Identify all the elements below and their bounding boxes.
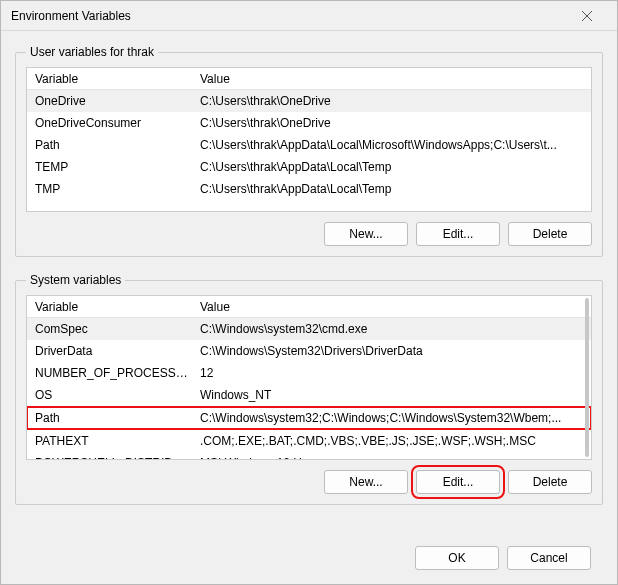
cell-variable: OneDriveConsumer: [31, 116, 196, 130]
cell-variable: Path: [31, 411, 196, 425]
col-header-value[interactable]: Value: [196, 72, 587, 86]
user-variables-legend: User variables for thrak: [26, 45, 158, 59]
user-button-row: New... Edit... Delete: [26, 222, 592, 246]
cell-variable: OneDrive: [31, 94, 196, 108]
system-edit-button[interactable]: Edit...: [416, 470, 500, 494]
cell-value: C:\Users\thrak\AppData\Local\Temp: [196, 182, 587, 196]
table-row[interactable]: Path C:\Users\thrak\AppData\Local\Micros…: [27, 134, 591, 156]
table-row[interactable]: OneDriveConsumer C:\Users\thrak\OneDrive: [27, 112, 591, 134]
dialog-footer: OK Cancel: [1, 540, 617, 584]
table-header: Variable Value: [27, 296, 591, 318]
cell-value: C:\Users\thrak\AppData\Local\Temp: [196, 160, 587, 174]
cell-value: C:\Users\thrak\OneDrive: [196, 116, 587, 130]
table-row[interactable]: POWERSHELL_DISTRIBUTIO... MSI:Windows 10…: [27, 452, 591, 460]
user-variables-table[interactable]: Variable Value OneDrive C:\Users\thrak\O…: [26, 67, 592, 212]
cell-variable: Path: [31, 138, 196, 152]
col-header-value[interactable]: Value: [196, 300, 587, 314]
col-header-variable[interactable]: Variable: [31, 300, 196, 314]
titlebar: Environment Variables: [1, 1, 617, 31]
system-variables-table[interactable]: Variable Value ComSpec C:\Windows\system…: [26, 295, 592, 460]
cell-value: MSI:Windows 10 Home: [196, 456, 587, 460]
cell-value: .COM;.EXE;.BAT;.CMD;.VBS;.VBE;.JS;.JSE;.…: [196, 434, 587, 448]
table-row[interactable]: TEMP C:\Users\thrak\AppData\Local\Temp: [27, 156, 591, 178]
col-header-variable[interactable]: Variable: [31, 72, 196, 86]
table-row[interactable]: PATHEXT .COM;.EXE;.BAT;.CMD;.VBS;.VBE;.J…: [27, 430, 591, 452]
cell-value: C:\Windows\system32;C:\Windows;C:\Window…: [196, 411, 587, 425]
cell-variable: POWERSHELL_DISTRIBUTIO...: [31, 456, 196, 460]
cell-value: C:\Windows\system32\cmd.exe: [196, 322, 587, 336]
cell-value: C:\Users\thrak\OneDrive: [196, 94, 587, 108]
table-row[interactable]: DriverData C:\Windows\System32\Drivers\D…: [27, 340, 591, 362]
cell-variable: ComSpec: [31, 322, 196, 336]
ok-button[interactable]: OK: [415, 546, 499, 570]
system-delete-button[interactable]: Delete: [508, 470, 592, 494]
system-new-button[interactable]: New...: [324, 470, 408, 494]
user-edit-button[interactable]: Edit...: [416, 222, 500, 246]
system-button-row: New... Edit... Delete: [26, 470, 592, 494]
cell-variable: PATHEXT: [31, 434, 196, 448]
cancel-button[interactable]: Cancel: [507, 546, 591, 570]
env-vars-window: Environment Variables User variables for…: [0, 0, 618, 585]
cell-variable: OS: [31, 388, 196, 402]
user-delete-button[interactable]: Delete: [508, 222, 592, 246]
cell-variable: TEMP: [31, 160, 196, 174]
table-header: Variable Value: [27, 68, 591, 90]
table-row[interactable]: TMP C:\Users\thrak\AppData\Local\Temp: [27, 178, 591, 200]
user-variables-group: User variables for thrak Variable Value …: [15, 45, 603, 257]
system-variables-group: System variables Variable Value ComSpec …: [15, 273, 603, 505]
cell-value: Windows_NT: [196, 388, 587, 402]
cell-value: 12: [196, 366, 587, 380]
close-button[interactable]: [567, 2, 607, 30]
table-row[interactable]: NUMBER_OF_PROCESSORS 12: [27, 362, 591, 384]
table-row[interactable]: OS Windows_NT: [27, 384, 591, 406]
cell-variable: DriverData: [31, 344, 196, 358]
window-title: Environment Variables: [11, 9, 567, 23]
table-row[interactable]: ComSpec C:\Windows\system32\cmd.exe: [27, 318, 591, 340]
table-row[interactable]: OneDrive C:\Users\thrak\OneDrive: [27, 90, 591, 112]
cell-variable: NUMBER_OF_PROCESSORS: [31, 366, 196, 380]
cell-value: C:\Users\thrak\AppData\Local\Microsoft\W…: [196, 138, 587, 152]
close-icon: [582, 11, 592, 21]
user-new-button[interactable]: New...: [324, 222, 408, 246]
table-row-path-highlighted[interactable]: Path C:\Windows\system32;C:\Windows;C:\W…: [26, 406, 592, 430]
content-area: User variables for thrak Variable Value …: [1, 31, 617, 540]
system-variables-legend: System variables: [26, 273, 125, 287]
cell-variable: TMP: [31, 182, 196, 196]
cell-value: C:\Windows\System32\Drivers\DriverData: [196, 344, 587, 358]
